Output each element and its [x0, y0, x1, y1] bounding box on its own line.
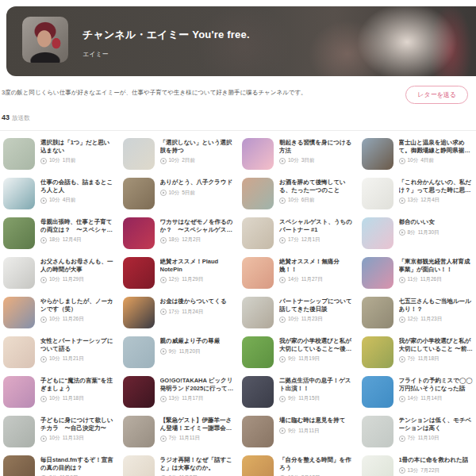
episode-thumbnail	[242, 336, 274, 368]
episode-thumbnail	[242, 178, 274, 209]
episode-meta: 10分 4日前	[40, 197, 115, 204]
episode-card[interactable]: 朝起きる習慣を身につける方法 10分 3日前	[242, 138, 354, 170]
episode-duration: 10分	[49, 355, 60, 363]
episode-card[interactable]: 選択肢は「1つ」だと思い込まない 10分 1日前	[3, 138, 115, 170]
episode-thumbnail	[242, 416, 274, 447]
episode-info: 親の威厳より子の尊厳 9分 11月20日	[160, 336, 221, 368]
episode-card[interactable]: 子どもに身につけて欲しいチカラ 〜自己決定力〜 10分 11月13日	[3, 416, 115, 447]
episode-thumbnail	[362, 416, 393, 447]
episode-title: 親の威厳より子の尊厳	[160, 337, 221, 345]
episode-title: テンションは低く、モチベーションは高く	[399, 416, 474, 432]
episode-card[interactable]: 「自分を整える時間」を作ろう 10分 8月13日	[242, 455, 354, 476]
episode-info: ラジオ再開！なぜ「話すこと」は大事なのか。 9分 11月3日	[160, 455, 235, 476]
episode-thumbnail	[3, 217, 35, 249]
episode-card[interactable]: 我が家の小学校選びと私が大切にしていること 〜前編〜 7分 11月18日	[362, 336, 474, 368]
episode-card[interactable]: フライトの予約ミスで◯◯万円払いそうになった話 14分 11月14日	[362, 376, 474, 408]
episode-info: 子どもに身につけて欲しいチカラ 〜自己決定力〜 10分 11月13日	[40, 416, 115, 447]
episode-card[interactable]: 子どもに“魔法の言葉”を注ぎましょう 10分 11月18日	[3, 376, 115, 408]
channel-author: エイミー	[83, 50, 250, 59]
play-icon	[279, 198, 286, 204]
episode-card[interactable]: ラジオ再開！なぜ「話すこと」は大事なのか。 9分 11月3日	[123, 455, 235, 476]
play-icon	[160, 309, 167, 315]
episode-info: ワカサはなぜモノを作るのか？ 〜スペシャルゲスト、うちのパート… 18分 12月…	[160, 217, 235, 249]
episode-title: 子どもに“魔法の言葉”を注ぎましょう	[40, 377, 115, 392]
episode-date: 11月18日	[63, 395, 84, 402]
episode-date: 11月17日	[182, 395, 203, 402]
episode-card[interactable]: 女性とパートナーシップについて語る 10分 11月21日	[3, 336, 115, 368]
play-icon	[160, 277, 167, 283]
play-icon	[40, 317, 47, 323]
episode-duration: 7分	[169, 435, 177, 442]
channel-description: 3度の飯と同じくらい仕事が好きなエイミーが、仕事や子育てや生き様について好き勝手…	[2, 86, 307, 97]
episode-date: 11月15日	[298, 395, 320, 402]
episode-meta: 10分 11月26日	[40, 316, 115, 323]
episode-info: 「選択しない」という選択肢を持つ 10分 2日前	[160, 138, 235, 170]
episode-meta: 14分 11月27日	[279, 276, 354, 283]
episode-info: ありがとう、八子クラウド 10分 5日前	[160, 178, 233, 209]
episode-card[interactable]: やらかしましたが、ノーカンです（笑） 10分 11月26日	[3, 297, 115, 328]
play-icon	[399, 198, 405, 204]
episode-info: お金は後からついてくる 17分 11月24日	[160, 297, 227, 328]
episode-card[interactable]: 「これ分かんないの、私だけ？」って思った時に思い出してほしい話。 13分 12月…	[362, 178, 474, 209]
episode-thumbnail	[123, 336, 155, 368]
episode-card[interactable]: 1冊の本に命を救われた話 13分 7月22日	[362, 455, 474, 476]
episode-thumbnail	[3, 178, 35, 209]
episode-card[interactable]: 仕事の会話も、詰まるところ人と人 10分 4日前	[3, 178, 115, 209]
episode-info: 「自分を整える時間」を作ろう 10分 8月13日	[279, 455, 354, 476]
episode-title: 七五三さんもご当地ルールあり！？	[399, 298, 474, 313]
episode-card[interactable]: 親の威厳より子の尊厳 9分 11月20日	[123, 336, 235, 368]
episode-card[interactable]: 【緊急ゲスト】伊藤羊一さん登場！エイミー謝罪会見！？ 7分 11月11日	[123, 416, 235, 447]
episode-info: 女性とパートナーシップについて語る 10分 11月21日	[40, 336, 115, 368]
episode-info: やらかしましたが、ノーカンです（笑） 10分 11月26日	[40, 297, 115, 328]
episode-duration: 10分	[169, 157, 180, 164]
episode-title: 仕事の会話も、詰まるところ人と人	[40, 178, 115, 194]
episode-duration: 9分	[288, 395, 296, 402]
episode-info: 絶賛オススメ！無痛分娩！！ 14分 11月27日	[279, 257, 354, 289]
episode-date: 11月19日	[298, 355, 320, 363]
episode-meta: 7分 11月18日	[399, 355, 474, 363]
play-icon	[40, 158, 47, 164]
episode-title: 毎日stand.fmするぞ！宣言の真の目的は？	[40, 456, 115, 471]
episode-card[interactable]: 我が家の小学校選びと私が大切にしていること〜後編〜 9分 11月19日	[242, 336, 354, 368]
episode-date: 11月24日	[182, 309, 203, 316]
episode-thumbnail	[242, 217, 274, 249]
episode-card[interactable]: お酒を辞めて後悔している、たった一つのこと 10分 6日前	[242, 178, 354, 209]
episode-thumbnail	[362, 376, 393, 408]
episode-date: 12月4日	[420, 197, 440, 204]
episode-card[interactable]: 絶賛オススメ！無痛分娩！！ 14分 11月27日	[242, 257, 354, 289]
episode-meta: 10分 2日前	[160, 157, 235, 164]
episode-card[interactable]: お父さんもお母さんも、一人の時間が大事 10分 11月29日	[3, 257, 115, 289]
episode-title: 都合のいい女	[399, 218, 440, 226]
episode-card[interactable]: GO!GO!TAKAHA ビックリ発明ランド2025に行ってきた！ 13分 11…	[123, 376, 235, 408]
episode-date: 11月13日	[63, 435, 84, 442]
episode-card[interactable]: パートナーシップについて話してきた後日談 10分 11月23日	[242, 297, 354, 328]
episode-meta: 9分 11月11日	[279, 428, 345, 435]
episode-card[interactable]: 「選択しない」という選択肢を持つ 10分 2日前	[123, 138, 235, 170]
send-letter-button[interactable]: レターを送る	[405, 86, 468, 104]
episode-card[interactable]: 都合のいい女 8分 11月30日	[362, 217, 474, 249]
episode-card[interactable]: 場に臨む時は意見を持て 9分 11月11日	[242, 416, 354, 447]
episode-card[interactable]: お金は後からついてくる 17分 11月24日	[123, 297, 235, 328]
episode-thumbnail	[3, 336, 35, 368]
episode-card[interactable]: ありがとう、八子クラウド 10分 5日前	[123, 178, 235, 209]
episode-meta: 10分 6日前	[279, 197, 354, 204]
episode-meta: 17分 12月1日	[279, 236, 354, 244]
episode-card[interactable]: 富士山と温泉を追い求めて。御殿場線と静岡県裾野市の旅レポート。 10分 4日前	[362, 138, 474, 170]
episode-card[interactable]: 母親出張時、仕事と子育ての両立は？ 〜スペシャルゲスト、うち… 18分 12月4…	[3, 217, 115, 249]
episode-duration: 7分	[408, 435, 416, 442]
play-icon	[279, 277, 286, 283]
episode-card[interactable]: テンションは低く、モチベーションは高く 7分 11月10日	[362, 416, 474, 447]
episode-title: お父さんもお母さんも、一人の時間が大事	[40, 258, 115, 273]
episode-date: 6日前	[301, 197, 315, 204]
episode-card[interactable]: 毎日stand.fmするぞ！宣言の真の目的は？ 9分 11月9日	[3, 455, 115, 476]
episode-info: 【緊急ゲスト】伊藤羊一さん登場！エイミー謝罪会見！？ 7分 11月11日	[160, 416, 235, 447]
play-icon	[399, 229, 405, 236]
episode-card[interactable]: 絶賛オススメ！Plaud NotePin 12分 11月29日	[123, 257, 235, 289]
episode-card[interactable]: ワカサはなぜモノを作るのか？ 〜スペシャルゲスト、うちのパート… 18分 12月…	[123, 217, 235, 249]
episode-card[interactable]: 「東京都観光経営人材育成事業」が面白い！！ 11分 11月26日	[362, 257, 474, 289]
episode-card[interactable]: スペシャルゲスト、うちのパートナー #1 17分 12月1日	[242, 217, 354, 249]
episode-thumbnail	[3, 455, 35, 476]
episode-card[interactable]: 二拠点生活中の息子！ゲスト出演！！ 9分 11月15日	[242, 376, 354, 408]
episode-card[interactable]: 七五三さんもご当地ルールあり！？ 12分 11月23日	[362, 297, 474, 328]
episode-thumbnail	[362, 138, 393, 170]
